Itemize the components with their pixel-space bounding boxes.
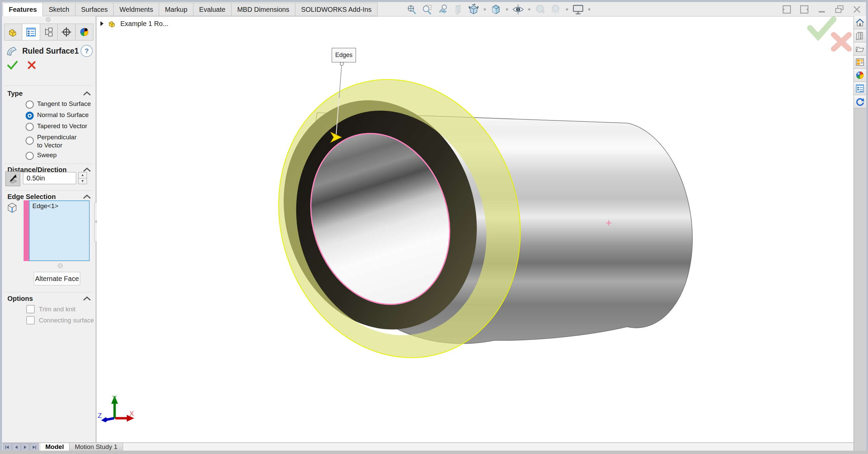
- edges-callout[interactable]: Edges: [332, 48, 356, 62]
- distance-spinner: ▲ ▼: [78, 172, 87, 184]
- triad-x-label: X: [129, 410, 134, 417]
- tab-mbd-dimensions[interactable]: MBD Dimensions: [232, 3, 295, 16]
- edge-selection-listbox[interactable]: Edge<1>: [29, 200, 90, 261]
- ruled-surface-icon: [5, 45, 19, 57]
- type-section-header[interactable]: Type: [7, 88, 91, 98]
- first-tab-button[interactable]: [3, 443, 11, 451]
- panel-collapse-grip[interactable]: [46, 17, 51, 22]
- tab-solidworks-addins[interactable]: SOLIDWORKS Add-Ins: [295, 3, 378, 16]
- motion-study-tab[interactable]: Motion Study 1: [69, 443, 123, 451]
- edge-selection-label: Edge Selection: [7, 193, 83, 201]
- file-explorer-icon[interactable]: [854, 42, 866, 56]
- collapse-chevron-icon[interactable]: [83, 296, 91, 301]
- tab-evaluate[interactable]: Evaluate: [193, 3, 232, 16]
- selection-color-bar: [24, 200, 29, 261]
- collapse-chevron-icon[interactable]: [83, 167, 91, 172]
- connecting-surface-checkbox[interactable]: Connecting surface: [26, 316, 94, 324]
- divider: [5, 292, 93, 292]
- pm-title: Ruled Surface1: [22, 47, 81, 56]
- command-tabs: Features Sketch Surfaces Weldments Marku…: [3, 3, 378, 16]
- radio-tangent-to-surface[interactable]: Tangent to Surface: [26, 100, 91, 109]
- edit-appearance-icon[interactable]: [534, 4, 547, 15]
- section-view-icon[interactable]: [451, 4, 465, 15]
- checkbox: [26, 316, 35, 324]
- trim-and-knit-checkbox[interactable]: Trim and knit: [26, 305, 76, 313]
- collapse-right-pane-icon[interactable]: [799, 4, 809, 15]
- collapse-chevron-icon[interactable]: [83, 194, 91, 199]
- restore-icon[interactable]: [834, 4, 844, 15]
- apply-scene-icon[interactable]: [549, 4, 563, 15]
- last-tab-button[interactable]: [30, 443, 39, 451]
- display-manager-tab[interactable]: [76, 24, 93, 40]
- next-tab-button[interactable]: [21, 443, 30, 451]
- model-tab[interactable]: Model: [40, 443, 69, 451]
- checkbox: [26, 305, 35, 313]
- radio-label: Perpendicular to Vector: [37, 133, 80, 149]
- listbox-resize-grip[interactable]: [58, 263, 63, 268]
- ok-check-icon[interactable]: [7, 60, 18, 70]
- alternate-face-button[interactable]: Alternate Face: [34, 272, 80, 285]
- radio-tapered-to-vector[interactable]: Tapered to Vector: [26, 122, 91, 131]
- property-manager-tab[interactable]: [22, 24, 40, 40]
- tab-markup[interactable]: Markup: [159, 3, 193, 16]
- dimxpert-icon: [61, 27, 72, 37]
- minimize-icon[interactable]: [817, 4, 827, 15]
- feature-manager-tab[interactable]: [4, 24, 22, 40]
- custom-properties-icon[interactable]: [854, 82, 866, 95]
- hide-show-dropdown[interactable]: ▾: [527, 4, 532, 15]
- previous-view-icon[interactable]: [436, 4, 449, 15]
- radio-sweep[interactable]: Sweep: [26, 151, 91, 160]
- confirm-corner-cancel: [834, 35, 849, 49]
- edge-list-item[interactable]: Edge<1>: [32, 202, 86, 210]
- radio-circle: [26, 101, 34, 109]
- solidworks-window: Features Sketch Surfaces Weldments Marku…: [0, 0, 868, 454]
- collapse-chevron-icon[interactable]: [83, 91, 91, 96]
- bottom-tab-bar: Model Motion Study 1: [2, 443, 854, 451]
- tab-weldments[interactable]: Weldments: [114, 3, 159, 16]
- confirm-corner-ok: [810, 19, 834, 37]
- zoom-to-area-icon[interactable]: [420, 4, 434, 15]
- hide-show-items-icon[interactable]: [511, 4, 525, 15]
- options-label: Options: [7, 295, 83, 303]
- tab-surfaces[interactable]: Surfaces: [76, 3, 114, 16]
- close-icon[interactable]: [852, 4, 862, 15]
- view-settings-dropdown[interactable]: ▾: [587, 4, 592, 15]
- solidworks-resources-icon[interactable]: [854, 95, 866, 108]
- radio-circle: [26, 152, 34, 160]
- apply-scene-dropdown[interactable]: ▾: [565, 4, 569, 15]
- display-style-icon[interactable]: [489, 4, 503, 15]
- view-orientation-dropdown[interactable]: ▾: [482, 4, 487, 15]
- home-icon[interactable]: [854, 16, 866, 29]
- tab-sketch[interactable]: Sketch: [43, 3, 75, 16]
- collapse-left-pane-icon[interactable]: [782, 4, 792, 15]
- graphics-area[interactable]: Example 1 Ro...: [97, 16, 854, 443]
- view-palette-icon[interactable]: [854, 56, 866, 69]
- radio-perpendicular-to-vector[interactable]: Perpendicular to Vector: [26, 133, 80, 149]
- radio-label: Sweep: [37, 151, 57, 159]
- divider: [5, 190, 93, 191]
- options-section-header[interactable]: Options: [7, 293, 91, 304]
- appearances-scenes-icon[interactable]: [854, 69, 866, 82]
- view-settings-icon[interactable]: [571, 4, 585, 15]
- radio-normal-to-surface[interactable]: Normal to Surface: [26, 111, 91, 120]
- cancel-x-icon[interactable]: [27, 60, 36, 70]
- configuration-manager-tab[interactable]: [40, 24, 58, 40]
- display-style-dropdown[interactable]: ▾: [505, 4, 509, 15]
- help-button[interactable]: ?: [81, 45, 93, 57]
- view-orientation-icon[interactable]: [467, 4, 480, 15]
- triad-y-label: Y: [112, 394, 117, 402]
- previous-tab-button[interactable]: [12, 443, 21, 451]
- reverse-direction-button[interactable]: [5, 171, 20, 186]
- edge-select-icon: [6, 202, 18, 216]
- radio-circle: [26, 123, 34, 131]
- tab-features[interactable]: Features: [3, 3, 43, 16]
- spinner-down[interactable]: ▼: [78, 178, 87, 185]
- spinner-up[interactable]: ▲: [78, 172, 87, 178]
- radio-circle: [26, 112, 34, 120]
- part-icon: [7, 27, 19, 37]
- distance-input[interactable]: 0.50in: [23, 172, 76, 184]
- design-library-icon[interactable]: [854, 29, 866, 42]
- zoom-to-fit-icon[interactable]: [405, 4, 418, 15]
- dimxpert-manager-tab[interactable]: [58, 24, 76, 40]
- window-controls: [782, 3, 862, 16]
